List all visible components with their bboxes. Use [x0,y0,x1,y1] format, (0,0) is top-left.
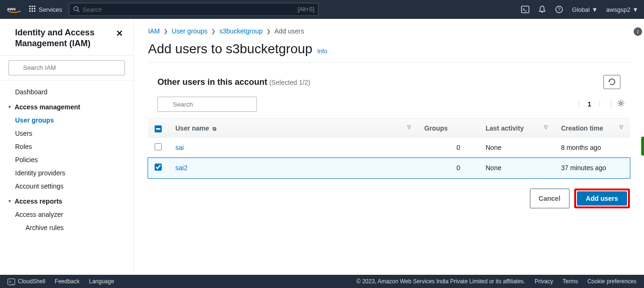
panel-title: Other users in this account [157,77,267,87]
grid-icon [29,6,36,14]
region-selector[interactable]: Global ▼ [572,6,597,13]
bell-icon[interactable] [538,5,546,14]
groups-cell: 0 [418,138,479,158]
sidebar-item-users[interactable]: Users [0,127,133,140]
svg-rect-7 [29,10,31,12]
breadcrumb-link[interactable]: IAM [148,27,160,35]
account-menu[interactable]: awsgsp2 ▼ [606,6,638,13]
sidebar-item-user-groups[interactable]: User groups [0,114,133,127]
sidebar-item-access-analyzer[interactable]: Access analyzer [0,208,133,221]
user-link[interactable]: sai2 [175,164,188,172]
search-shortcut: [Alt+S] [297,6,314,13]
chevron-right-icon: ❯ [211,28,215,34]
sidebar-item-access-reports[interactable]: Access reports [0,193,133,208]
add-users-button[interactable]: Add users [577,191,627,206]
chevron-right-icon: ❯ [266,28,271,34]
services-menu[interactable]: Services [29,6,62,14]
column-header[interactable]: Creation time▽ [554,119,630,138]
svg-rect-2 [32,6,33,7]
region-label: Global [572,6,590,13]
search-icon [73,6,80,14]
chevron-right-icon: ❯ [164,28,168,34]
sidebar-title: Identity and Access Management (IAM) [0,27,133,55]
breadcrumb-link[interactable]: User groups [172,27,207,35]
sidebar-item-archive-rules[interactable]: Archive rules [0,221,133,234]
help-icon[interactable]: ? [555,5,563,14]
svg-line-11 [77,10,79,12]
global-search[interactable]: [Alt+S] [69,3,319,16]
top-nav: aws Services [Alt+S] ? Global ▼ awsgsp2 … [0,0,644,19]
sort-icon: ▽ [544,124,548,130]
aws-logo[interactable]: aws [6,5,23,14]
services-label: Services [39,6,62,13]
table-row[interactable]: sai20None37 minutes ago [148,158,630,178]
creation-time-cell: 8 months ago [554,138,630,158]
table-row[interactable]: sai0None8 months ago [148,138,630,158]
svg-rect-8 [32,10,33,12]
info-link[interactable]: Info [317,48,328,55]
gear-icon[interactable] [611,99,620,109]
external-link-icon: ⧉ [213,126,216,132]
page-title: Add users to s3bucketgroup Info [148,41,630,57]
prev-page-button[interactable]: 〈 [574,100,581,108]
last-activity-cell: None [479,158,554,178]
close-icon[interactable]: ✕ [116,28,123,39]
cancel-button[interactable]: Cancel [530,189,570,208]
breadcrumb: IAM❯User groups❯s3bucketgroup❯Add users [148,27,630,35]
account-label: awsgsp2 [606,6,630,13]
table-search-input[interactable] [157,97,257,112]
row-checkbox[interactable] [155,143,162,150]
sidebar-item-identity-providers[interactable]: Identity providers [0,166,133,180]
sidebar-nav: DashboardAccess managementUser groupsUse… [0,81,133,239]
users-panel: Other users in this account (Selected 1/… [148,62,630,208]
svg-rect-5 [32,8,33,9]
info-panel-toggle[interactable]: i [634,27,644,38]
sidebar-search-input[interactable] [8,60,125,75]
chevron-down-icon: ▼ [592,6,598,13]
column-header[interactable]: Last activity▽ [479,119,554,138]
global-search-input[interactable] [80,6,314,13]
refresh-button[interactable] [603,75,620,89]
last-activity-cell: None [479,138,554,158]
main-content: IAM❯User groups❯s3bucketgroup❯Add users … [134,19,644,275]
svg-rect-3 [34,6,35,7]
feedback-tab[interactable] [641,137,644,156]
page-title-text: Add users to s3bucketgroup [148,41,313,57]
svg-text:?: ? [558,7,561,12]
svg-text:aws: aws [7,6,16,11]
svg-rect-4 [29,8,31,9]
current-page: 1 [587,100,591,108]
pagination: 〈 1 〉 [574,99,620,109]
svg-rect-6 [34,8,35,9]
column-header[interactable]: User name ⧉▽ [169,119,418,138]
chevron-down-icon: ▼ [632,6,638,13]
info-icon: i [634,27,642,36]
sidebar-item-dashboard[interactable]: Dashboard [0,85,133,99]
breadcrumb-link[interactable]: s3bucketgroup [219,27,263,35]
highlight-annotation: Add users [574,189,630,208]
refresh-icon [608,78,616,86]
user-link[interactable]: sai [175,144,184,151]
svg-rect-9 [34,10,35,12]
svg-point-20 [620,102,622,105]
breadcrumb-current: Add users [274,27,304,35]
column-header[interactable]: Groups [418,119,479,138]
svg-point-10 [74,6,78,10]
panel-selected-count: (Selected 1/2) [269,79,310,86]
svg-rect-1 [29,6,31,7]
sidebar-item-policies[interactable]: Policies [0,153,133,166]
select-all-checkbox[interactable] [155,125,162,132]
sidebar-item-roles[interactable]: Roles [0,140,133,153]
groups-cell: 0 [418,158,479,178]
cloudshell-icon[interactable] [521,5,529,14]
svg-rect-12 [521,6,529,13]
sort-icon: ▽ [619,124,623,130]
sidebar-item-access-management[interactable]: Access management [0,99,133,114]
sort-icon: ▽ [407,124,411,130]
creation-time-cell: 37 minutes ago [554,158,630,178]
users-table: User name ⧉▽GroupsLast activity▽Creation… [148,118,630,178]
sidebar: Identity and Access Management (IAM) ✕ D… [0,19,134,275]
next-page-button[interactable]: 〉 [598,100,604,108]
row-checkbox[interactable] [155,164,162,171]
sidebar-item-account-settings[interactable]: Account settings [0,180,133,193]
